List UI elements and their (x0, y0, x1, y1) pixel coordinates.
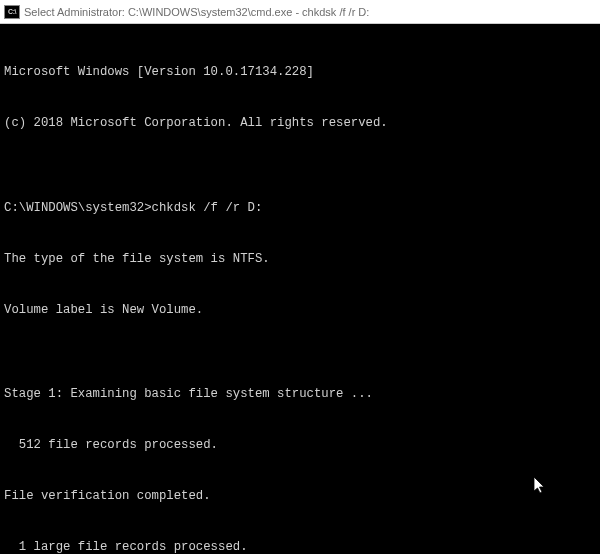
terminal-line: Microsoft Windows [Version 10.0.17134.22… (4, 64, 596, 81)
window-titlebar[interactable]: C:\ Select Administrator: C:\WINDOWS\sys… (0, 0, 600, 24)
terminal-line: (c) 2018 Microsoft Corporation. All righ… (4, 115, 596, 132)
terminal-output[interactable]: Microsoft Windows [Version 10.0.17134.22… (0, 24, 600, 554)
terminal-line: Volume label is New Volume. (4, 302, 596, 319)
terminal-line: Stage 1: Examining basic file system str… (4, 386, 596, 403)
cmd-icon: C:\ (4, 5, 20, 19)
terminal-line: File verification completed. (4, 488, 596, 505)
terminal-line: 1 large file records processed. (4, 539, 596, 554)
window-title: Select Administrator: C:\WINDOWS\system3… (24, 6, 369, 18)
terminal-line: C:\WINDOWS\system32>chkdsk /f /r D: (4, 200, 596, 217)
mouse-cursor-icon (504, 460, 518, 478)
terminal-line: The type of the file system is NTFS. (4, 251, 596, 268)
terminal-line: 512 file records processed. (4, 437, 596, 454)
